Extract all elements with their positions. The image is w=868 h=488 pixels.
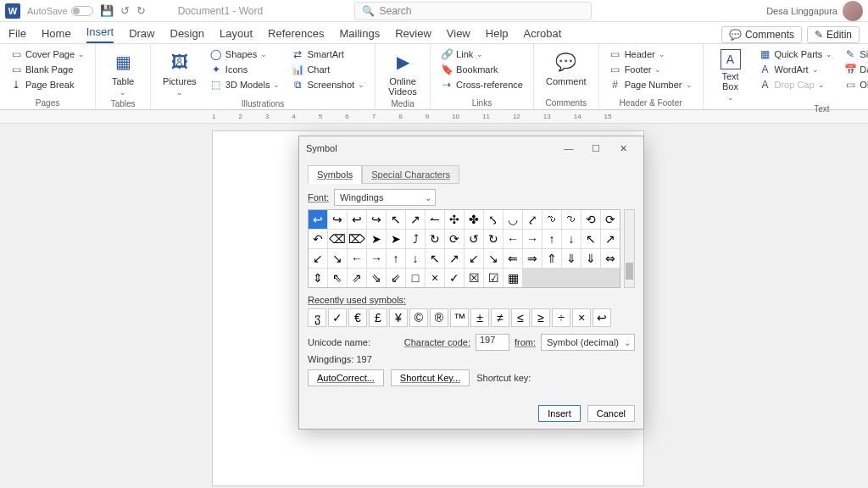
chart-button[interactable]: 📊Chart (290, 63, 366, 76)
online-videos-button[interactable]: ▶Online Videos (384, 47, 421, 98)
recent-symbol-cell[interactable]: ÷ (552, 308, 570, 327)
symbol-cell[interactable]: ◡ (504, 210, 522, 229)
object-button[interactable]: ▭Object (843, 78, 868, 92)
scroll-thumb[interactable] (626, 263, 633, 280)
symbol-cell[interactable]: ↙ (309, 249, 327, 268)
tab-special-characters[interactable]: Special Characters (362, 165, 459, 184)
symbol-cell[interactable]: ↖ (581, 230, 600, 248)
recent-symbol-cell[interactable]: ≤ (511, 308, 530, 327)
avatar[interactable] (843, 1, 863, 21)
symbol-cell[interactable]: → (523, 230, 542, 248)
footer-button[interactable]: ▭Footer (608, 63, 694, 76)
symbol-cell[interactable]: ↗ (445, 249, 464, 268)
recent-symbol-cell[interactable]: ≥ (531, 308, 550, 327)
recent-symbol-cell[interactable]: ✓ (328, 308, 347, 327)
drop-cap-button[interactable]: ADrop Cap (758, 78, 835, 92)
symbol-cell[interactable]: ↘ (328, 249, 347, 268)
redo-icon[interactable]: ↻ (136, 4, 146, 17)
cancel-button[interactable]: Cancel (587, 405, 635, 422)
save-icon[interactable]: 💾 (100, 4, 114, 17)
tab-insert[interactable]: Insert (86, 25, 114, 43)
symbol-cell[interactable]: ⇔ (601, 249, 620, 268)
recent-symbol-cell[interactable]: ± (470, 308, 489, 327)
symbol-cell[interactable]: ↻ (426, 230, 444, 248)
pictures-button[interactable]: 🖼Pictures (159, 47, 200, 98)
symbol-cell[interactable]: ⇓ (581, 249, 600, 268)
symbol-cell[interactable]: ↺ (465, 230, 483, 248)
signature-line-button[interactable]: ✎Signature Line (843, 47, 868, 61)
shortcut-key-button[interactable]: Shortcut Key... (391, 369, 470, 386)
symbol-cell[interactable]: ⌦ (348, 230, 366, 248)
symbol-cell[interactable]: ↩ (309, 210, 327, 229)
search-input[interactable]: 🔍 Search (354, 2, 592, 20)
symbol-cell[interactable]: ↘ (484, 249, 503, 268)
symbol-cell[interactable]: ⟲ (581, 210, 600, 229)
symbol-cell[interactable]: ⇖ (328, 269, 347, 287)
recent-symbol-cell[interactable]: ® (430, 308, 448, 327)
char-code-input[interactable]: 197 (476, 334, 509, 351)
link-button[interactable]: 🔗Link (439, 47, 525, 61)
font-select[interactable]: Wingdings (334, 189, 436, 206)
close-button[interactable]: ✕ (609, 138, 637, 158)
symbol-cell[interactable]: ➤ (387, 230, 405, 248)
recent-symbol-cell[interactable]: ¥ (389, 308, 408, 327)
insert-button[interactable]: Insert (538, 405, 581, 422)
models-button[interactable]: ⬚3D Models (209, 78, 282, 92)
smartart-button[interactable]: ⇄SmartArt (290, 47, 366, 61)
cross-reference-button[interactable]: ⇢Cross-reference (439, 78, 525, 92)
symbol-cell[interactable]: ✤ (465, 210, 483, 229)
comments-button[interactable]: 💬 Comments (721, 26, 802, 43)
symbol-cell[interactable]: ⇒ (523, 249, 542, 268)
recent-symbol-cell[interactable]: ™ (450, 308, 469, 327)
cover-page-button[interactable]: ▭Cover Page (8, 47, 86, 61)
tab-mailings[interactable]: Mailings (340, 27, 381, 43)
tab-file[interactable]: File (8, 27, 26, 43)
symbol-cell[interactable]: ↑ (542, 230, 561, 248)
symbol-cell[interactable]: ↪ (367, 210, 386, 229)
shapes-button[interactable]: ◯Shapes (209, 47, 282, 61)
symbol-cell[interactable]: ⇘ (367, 269, 386, 287)
symbol-cell[interactable]: ☒ (465, 269, 483, 287)
recent-symbol-cell[interactable]: € (348, 308, 367, 327)
tab-home[interactable]: Home (42, 27, 71, 43)
symbol-cell[interactable]: ⇙ (387, 269, 405, 287)
from-select[interactable]: Symbol (decimal) (541, 334, 635, 351)
symbol-cell[interactable]: ← (504, 230, 522, 248)
symbol-cell[interactable]: ↖ (387, 210, 405, 229)
undo-icon[interactable]: ↺ (120, 4, 130, 17)
bookmark-button[interactable]: 🔖Bookmark (439, 63, 525, 76)
symbol-cell[interactable]: ⌫ (328, 230, 347, 248)
recent-symbol-cell[interactable]: ≠ (491, 308, 509, 327)
quick-parts-button[interactable]: ▦Quick Parts (758, 47, 835, 61)
symbol-cell[interactable]: ← (348, 249, 366, 268)
symbol-cell[interactable]: ↼ (426, 210, 444, 229)
tab-draw[interactable]: Draw (129, 27, 154, 43)
comment-button[interactable]: 💬Comment (542, 47, 590, 88)
screenshot-button[interactable]: ⧉Screenshot (290, 78, 366, 92)
symbol-cell[interactable]: ఌ (542, 210, 561, 229)
text-box-button[interactable]: AText Box (712, 47, 749, 103)
symbol-cell[interactable]: ↻ (484, 230, 503, 248)
recent-symbol-cell[interactable]: © (409, 308, 428, 327)
symbol-cell[interactable]: ⟳ (445, 230, 464, 248)
tab-references[interactable]: References (268, 27, 324, 43)
symbol-cell[interactable]: ⇑ (542, 249, 561, 268)
symbol-cell[interactable]: ⇐ (504, 249, 522, 268)
maximize-button[interactable]: ☐ (582, 138, 609, 158)
symbol-cell[interactable]: ▦ (504, 269, 522, 287)
tab-review[interactable]: Review (395, 27, 431, 43)
symbol-cell[interactable]: ⤴ (406, 230, 425, 248)
autosave-toggle[interactable]: AutoSave (27, 6, 93, 16)
page-break-button[interactable]: ⤓Page Break (8, 78, 86, 92)
wordart-button[interactable]: AWordArt (758, 63, 835, 76)
symbol-cell[interactable]: ↶ (309, 230, 327, 248)
icons-button[interactable]: ✦Icons (209, 63, 282, 76)
symbol-cell[interactable]: ✓ (445, 269, 464, 287)
symbol-cell[interactable]: ⤤ (523, 210, 542, 229)
symbol-cell[interactable]: ↗ (601, 230, 620, 248)
minimize-button[interactable]: — (555, 138, 582, 158)
grid-scrollbar[interactable] (624, 209, 635, 288)
header-button[interactable]: ▭Header (608, 47, 694, 61)
symbol-cell[interactable]: ↓ (406, 249, 425, 268)
autocorrect-button[interactable]: AutoCorrect... (308, 369, 384, 386)
